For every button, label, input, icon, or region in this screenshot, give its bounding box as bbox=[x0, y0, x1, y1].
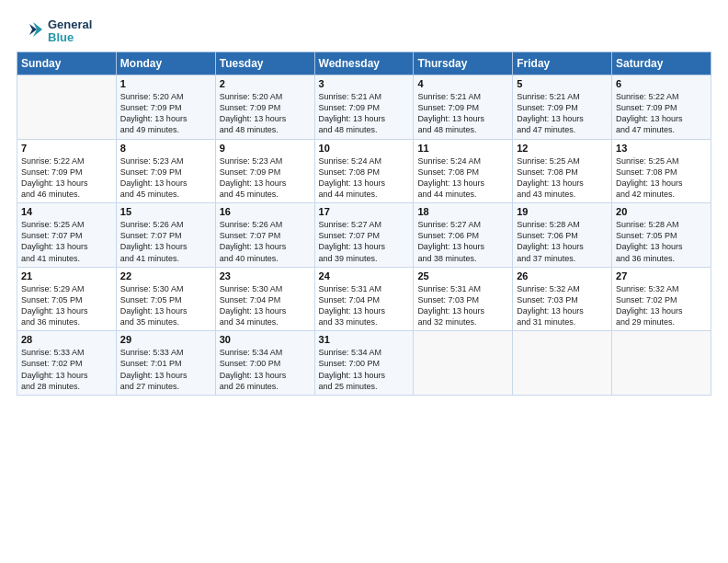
day-number: 4 bbox=[417, 78, 508, 89]
day-content: Sunrise: 5:22 AM Sunset: 7:09 PM Dayligh… bbox=[21, 155, 112, 201]
header-day-wednesday: Wednesday bbox=[314, 52, 414, 75]
calendar-cell: 28Sunrise: 5:33 AM Sunset: 7:02 PM Dayli… bbox=[17, 331, 117, 396]
day-number: 7 bbox=[21, 143, 112, 154]
header-day-saturday: Saturday bbox=[612, 52, 711, 75]
day-content: Sunrise: 5:32 AM Sunset: 7:03 PM Dayligh… bbox=[517, 283, 608, 328]
logo-line1: General bbox=[48, 18, 92, 31]
day-content: Sunrise: 5:25 AM Sunset: 7:08 PM Dayligh… bbox=[517, 155, 608, 201]
calendar-cell: 14Sunrise: 5:25 AM Sunset: 7:07 PM Dayli… bbox=[17, 203, 117, 268]
day-content: Sunrise: 5:33 AM Sunset: 7:02 PM Dayligh… bbox=[21, 347, 112, 392]
day-content: Sunrise: 5:22 AM Sunset: 7:09 PM Dayligh… bbox=[616, 91, 707, 136]
day-number: 5 bbox=[517, 78, 608, 89]
calendar-week-4: 21Sunrise: 5:29 AM Sunset: 7:05 PM Dayli… bbox=[17, 267, 711, 331]
day-number: 25 bbox=[417, 270, 508, 282]
day-content: Sunrise: 5:34 AM Sunset: 7:00 PM Dayligh… bbox=[220, 347, 311, 392]
day-number: 3 bbox=[319, 78, 410, 89]
calendar-cell: 22Sunrise: 5:30 AM Sunset: 7:05 PM Dayli… bbox=[116, 267, 215, 331]
calendar-cell: 24Sunrise: 5:31 AM Sunset: 7:04 PM Dayli… bbox=[314, 267, 414, 331]
day-content: Sunrise: 5:32 AM Sunset: 7:02 PM Dayligh… bbox=[616, 283, 707, 328]
day-number: 15 bbox=[120, 206, 211, 217]
day-content: Sunrise: 5:29 AM Sunset: 7:05 PM Dayligh… bbox=[21, 283, 112, 328]
calendar-cell: 30Sunrise: 5:34 AM Sunset: 7:00 PM Dayli… bbox=[215, 331, 314, 396]
calendar-cell: 11Sunrise: 5:24 AM Sunset: 7:08 PM Dayli… bbox=[414, 139, 513, 203]
calendar-cell: 16Sunrise: 5:26 AM Sunset: 7:07 PM Dayli… bbox=[215, 203, 314, 268]
day-content: Sunrise: 5:21 AM Sunset: 7:09 PM Dayligh… bbox=[517, 91, 608, 136]
day-content: Sunrise: 5:26 AM Sunset: 7:07 PM Dayligh… bbox=[220, 219, 311, 264]
day-number: 19 bbox=[517, 206, 608, 217]
calendar-cell: 5Sunrise: 5:21 AM Sunset: 7:09 PM Daylig… bbox=[513, 75, 612, 140]
day-number: 18 bbox=[417, 206, 508, 217]
day-number: 20 bbox=[616, 206, 707, 217]
day-number: 14 bbox=[21, 206, 112, 217]
calendar-cell: 3Sunrise: 5:21 AM Sunset: 7:09 PM Daylig… bbox=[314, 75, 414, 140]
calendar-cell: 20Sunrise: 5:28 AM Sunset: 7:05 PM Dayli… bbox=[612, 203, 711, 268]
header-day-monday: Monday bbox=[116, 52, 215, 75]
day-number: 1 bbox=[120, 78, 211, 89]
day-content: Sunrise: 5:28 AM Sunset: 7:06 PM Dayligh… bbox=[517, 219, 608, 264]
calendar-cell bbox=[17, 75, 117, 140]
calendar-cell: 27Sunrise: 5:32 AM Sunset: 7:02 PM Dayli… bbox=[612, 267, 711, 331]
day-content: Sunrise: 5:31 AM Sunset: 7:04 PM Dayligh… bbox=[319, 283, 410, 328]
day-content: Sunrise: 5:24 AM Sunset: 7:08 PM Dayligh… bbox=[417, 155, 508, 201]
calendar-cell: 1Sunrise: 5:20 AM Sunset: 7:09 PM Daylig… bbox=[116, 75, 215, 140]
calendar-table: SundayMondayTuesdayWednesdayThursdayFrid… bbox=[17, 52, 711, 396]
calendar-cell: 13Sunrise: 5:25 AM Sunset: 7:08 PM Dayli… bbox=[612, 139, 711, 203]
header: General Blue bbox=[17, 17, 711, 46]
calendar-cell: 29Sunrise: 5:33 AM Sunset: 7:01 PM Dayli… bbox=[116, 331, 215, 396]
day-number: 30 bbox=[220, 334, 311, 345]
day-number: 27 bbox=[616, 270, 707, 282]
logo-bird-icon bbox=[17, 17, 46, 46]
day-content: Sunrise: 5:20 AM Sunset: 7:09 PM Dayligh… bbox=[120, 91, 211, 136]
day-number: 24 bbox=[319, 270, 410, 282]
calendar-cell bbox=[513, 331, 612, 396]
calendar-cell: 7Sunrise: 5:22 AM Sunset: 7:09 PM Daylig… bbox=[17, 139, 117, 203]
day-content: Sunrise: 5:28 AM Sunset: 7:05 PM Dayligh… bbox=[616, 219, 707, 264]
calendar-cell: 9Sunrise: 5:23 AM Sunset: 7:09 PM Daylig… bbox=[215, 139, 314, 203]
calendar-cell: 19Sunrise: 5:28 AM Sunset: 7:06 PM Dayli… bbox=[513, 203, 612, 268]
logo-line2: Blue bbox=[48, 31, 92, 44]
day-number: 9 bbox=[220, 143, 311, 154]
calendar-week-3: 14Sunrise: 5:25 AM Sunset: 7:07 PM Dayli… bbox=[17, 203, 711, 268]
header-row: SundayMondayTuesdayWednesdayThursdayFrid… bbox=[17, 52, 711, 75]
day-number: 22 bbox=[120, 270, 211, 282]
day-number: 6 bbox=[616, 78, 707, 89]
day-content: Sunrise: 5:34 AM Sunset: 7:00 PM Dayligh… bbox=[319, 347, 410, 392]
calendar-cell: 10Sunrise: 5:24 AM Sunset: 7:08 PM Dayli… bbox=[314, 139, 414, 203]
logo-text: General Blue bbox=[48, 18, 92, 45]
calendar-week-5: 28Sunrise: 5:33 AM Sunset: 7:02 PM Dayli… bbox=[17, 331, 711, 396]
calendar-cell: 26Sunrise: 5:32 AM Sunset: 7:03 PM Dayli… bbox=[513, 267, 612, 331]
calendar-cell: 8Sunrise: 5:23 AM Sunset: 7:09 PM Daylig… bbox=[116, 139, 215, 203]
day-number: 2 bbox=[220, 78, 311, 89]
logo-container: General Blue bbox=[17, 17, 92, 46]
day-number: 17 bbox=[319, 206, 410, 217]
calendar-week-1: 1Sunrise: 5:20 AM Sunset: 7:09 PM Daylig… bbox=[17, 75, 711, 140]
day-number: 26 bbox=[517, 270, 608, 282]
day-content: Sunrise: 5:20 AM Sunset: 7:09 PM Dayligh… bbox=[220, 91, 311, 136]
day-content: Sunrise: 5:30 AM Sunset: 7:05 PM Dayligh… bbox=[120, 283, 211, 328]
header-day-tuesday: Tuesday bbox=[215, 52, 314, 75]
calendar-cell: 2Sunrise: 5:20 AM Sunset: 7:09 PM Daylig… bbox=[215, 75, 314, 140]
calendar-cell: 23Sunrise: 5:30 AM Sunset: 7:04 PM Dayli… bbox=[215, 267, 314, 331]
calendar-cell: 15Sunrise: 5:26 AM Sunset: 7:07 PM Dayli… bbox=[116, 203, 215, 268]
day-number: 21 bbox=[21, 270, 112, 282]
day-content: Sunrise: 5:30 AM Sunset: 7:04 PM Dayligh… bbox=[220, 283, 311, 328]
calendar-cell: 12Sunrise: 5:25 AM Sunset: 7:08 PM Dayli… bbox=[513, 139, 612, 203]
day-number: 23 bbox=[220, 270, 311, 282]
day-content: Sunrise: 5:26 AM Sunset: 7:07 PM Dayligh… bbox=[120, 219, 211, 264]
day-number: 29 bbox=[120, 334, 211, 345]
day-content: Sunrise: 5:21 AM Sunset: 7:09 PM Dayligh… bbox=[417, 91, 508, 136]
calendar-week-2: 7Sunrise: 5:22 AM Sunset: 7:09 PM Daylig… bbox=[17, 139, 711, 203]
calendar-cell bbox=[414, 331, 513, 396]
day-content: Sunrise: 5:23 AM Sunset: 7:09 PM Dayligh… bbox=[120, 155, 211, 201]
day-number: 8 bbox=[120, 143, 211, 154]
header-day-sunday: Sunday bbox=[17, 52, 117, 75]
day-number: 16 bbox=[220, 206, 311, 217]
calendar-cell: 31Sunrise: 5:34 AM Sunset: 7:00 PM Dayli… bbox=[314, 331, 414, 396]
day-number: 28 bbox=[21, 334, 112, 345]
day-number: 13 bbox=[616, 143, 707, 154]
day-content: Sunrise: 5:27 AM Sunset: 7:06 PM Dayligh… bbox=[417, 219, 508, 264]
calendar-cell: 21Sunrise: 5:29 AM Sunset: 7:05 PM Dayli… bbox=[17, 267, 117, 331]
day-content: Sunrise: 5:31 AM Sunset: 7:03 PM Dayligh… bbox=[417, 283, 508, 328]
day-content: Sunrise: 5:33 AM Sunset: 7:01 PM Dayligh… bbox=[120, 347, 211, 392]
calendar-cell: 4Sunrise: 5:21 AM Sunset: 7:09 PM Daylig… bbox=[414, 75, 513, 140]
